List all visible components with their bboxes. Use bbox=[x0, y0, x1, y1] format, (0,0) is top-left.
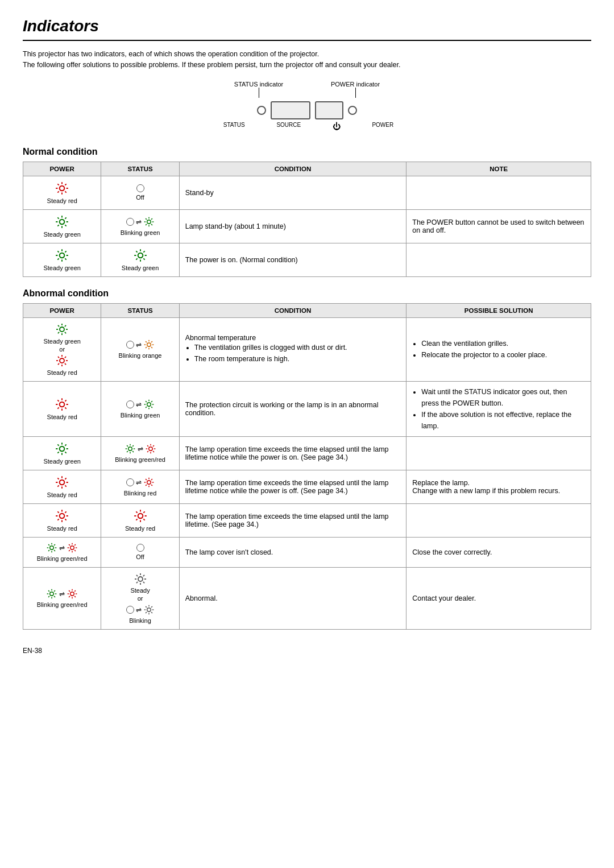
status-cell: Steady or ⇌ Blinking bbox=[101, 567, 179, 629]
condition-cell: Abnormal temperature The ventilation gri… bbox=[179, 317, 406, 381]
status-cell: ⇌ Blinking green bbox=[101, 381, 179, 436]
power-cell: Steady red bbox=[23, 381, 101, 436]
arrow-icon: ⇌ bbox=[136, 478, 142, 486]
circle-icon bbox=[126, 478, 134, 486]
power-label-1: Steady green bbox=[43, 338, 80, 345]
circle-icon bbox=[126, 341, 134, 349]
note-cell bbox=[406, 243, 591, 276]
normal-header-note: NOTE bbox=[406, 162, 591, 176]
condition-cell: The lamp cover isn't closed. bbox=[179, 537, 406, 567]
table-row: ⇌ Blinking green/red Steady or ⇌ bbox=[23, 567, 591, 629]
circle-icon bbox=[126, 218, 134, 226]
power-symbol-label: ⏻ bbox=[333, 122, 341, 131]
power-label: Steady green bbox=[43, 231, 80, 238]
power-panel bbox=[315, 101, 343, 119]
note-cell bbox=[406, 176, 591, 209]
power-cell: Steady green bbox=[23, 436, 101, 470]
intro-line2: The following offer solutions to possibl… bbox=[23, 60, 591, 71]
normal-header-power: POWER bbox=[23, 162, 101, 176]
table-row: Steady green Steady green The power is o… bbox=[23, 243, 591, 276]
normal-condition-title: Normal condition bbox=[23, 147, 591, 157]
bullet-item: Clean the ventilation grilles. bbox=[421, 338, 585, 349]
power-dot bbox=[348, 106, 357, 115]
off-icon bbox=[136, 544, 144, 552]
power-label-or: or bbox=[43, 346, 80, 353]
solution-cell: Replace the lamp. Change with a new lamp… bbox=[406, 470, 591, 503]
status-label: Blinking green bbox=[121, 412, 160, 419]
arrow-icon: ⇌ bbox=[136, 341, 142, 349]
status-label: Blinking bbox=[126, 617, 155, 624]
normal-header-condition: CONDITION bbox=[179, 162, 406, 176]
status-cell: Steady red bbox=[101, 503, 179, 537]
status-cell: ⇌ Blinking green/red bbox=[101, 436, 179, 470]
power-label: Steady red bbox=[47, 197, 77, 204]
footer: EN-38 bbox=[23, 647, 591, 655]
abnormal-header-condition: CONDITION bbox=[179, 303, 406, 317]
bullet-item: The room temperature is high. bbox=[194, 353, 401, 365]
arrow-icon: ⇌ bbox=[136, 218, 142, 226]
power-cell: Steady green bbox=[23, 209, 101, 243]
condition-cell: Abnormal. bbox=[179, 567, 406, 629]
power-label: Steady green bbox=[43, 264, 80, 271]
power-indicator-label: POWER indicator bbox=[331, 81, 380, 88]
intro-text: This projector has two indicators, each … bbox=[23, 49, 591, 71]
condition-title: Abnormal temperature bbox=[185, 334, 401, 342]
arrow-icon: ⇌ bbox=[59, 590, 65, 598]
source-panel bbox=[271, 101, 310, 119]
abnormal-condition-table: POWER STATUS CONDITION POSSIBLE SOLUTION… bbox=[23, 303, 591, 630]
status-dot bbox=[257, 106, 266, 115]
source-btn-label: SOURCE bbox=[276, 122, 301, 131]
solution-cell: Wait until the STATUS indicator goes out… bbox=[406, 381, 591, 436]
power-label: Blinking green/red bbox=[37, 601, 88, 608]
abnormal-header-solution: POSSIBLE SOLUTION bbox=[406, 303, 591, 317]
normal-header-status: STATUS bbox=[101, 162, 179, 176]
status-or-label: or bbox=[126, 595, 155, 602]
solution-cell: Close the cover correctly. bbox=[406, 537, 591, 567]
status-label: Blinking green/red bbox=[115, 456, 165, 463]
status-label: Steady green bbox=[122, 264, 159, 271]
table-row: ⇌ Blinking green/red Off The lamp cover … bbox=[23, 537, 591, 567]
power-label: Steady red bbox=[47, 414, 77, 420]
bullet-item: If the above solution is not effective, … bbox=[421, 409, 585, 432]
status-label: Blinking orange bbox=[119, 352, 162, 359]
condition-cell: The lamp operation time exceeds the time… bbox=[179, 503, 406, 537]
power-label: Steady green bbox=[43, 458, 80, 465]
status-btn-label: STATUS bbox=[223, 122, 245, 131]
table-row: Steady green or Steady red ⇌ Blinking or… bbox=[23, 317, 591, 381]
power-cell: ⇌ Blinking green/red bbox=[23, 537, 101, 567]
solution-cell: Contact your dealer. bbox=[406, 567, 591, 629]
power-label: Steady red bbox=[47, 491, 77, 498]
status-indicator-label: STATUS indicator bbox=[234, 81, 283, 88]
status-cell: ⇌ Blinking orange bbox=[101, 317, 179, 381]
abnormal-condition-title: Abnormal condition bbox=[23, 288, 591, 299]
condition-cell: The lamp operation time exceeds the time… bbox=[179, 436, 406, 470]
condition-cell: The protection circuit is working or the… bbox=[179, 381, 406, 436]
arrow-icon: ⇌ bbox=[59, 544, 65, 552]
status-label: Off bbox=[136, 194, 144, 201]
solution-bullets: Wait until the STATUS indicator goes out… bbox=[412, 386, 585, 432]
bullet-item: Relocate the projector to a cooler place… bbox=[421, 349, 585, 361]
power-cell: Steady red bbox=[23, 470, 101, 503]
power-btn-label: POWER bbox=[372, 122, 393, 131]
power-cell: ⇌ Blinking green/red bbox=[23, 567, 101, 629]
power-cell: Steady green or Steady red bbox=[23, 317, 101, 381]
solution-cell bbox=[406, 436, 591, 470]
solution-bullets: Clean the ventilation grilles. Relocate … bbox=[412, 338, 585, 361]
normal-condition-table: POWER STATUS CONDITION NOTE Steady red O… bbox=[23, 162, 591, 277]
table-row: Steady red ⇌ Blinking red The lamp opera… bbox=[23, 470, 591, 503]
bullet-item: Wait until the STATUS indicator goes out… bbox=[421, 386, 585, 409]
note-cell: The POWER button cannot be used to switc… bbox=[406, 209, 591, 243]
status-label: Off bbox=[136, 553, 144, 560]
table-row: Steady red Steady red The lamp operation… bbox=[23, 503, 591, 537]
power-cell: Steady green bbox=[23, 243, 101, 276]
condition-cell: Stand-by bbox=[179, 176, 406, 209]
condition-bullets: The ventilation grilles is clogged with … bbox=[185, 342, 401, 365]
table-row: Steady green ⇌ Blinking green Lamp stand… bbox=[23, 209, 591, 243]
condition-cell: Lamp stand-by (about 1 minute) bbox=[179, 209, 406, 243]
status-label: Steady red bbox=[125, 525, 155, 532]
page-title: Indicators bbox=[23, 17, 591, 35]
status-cell: Steady green bbox=[101, 243, 179, 276]
status-cell: Off bbox=[101, 176, 179, 209]
power-cell: Steady red bbox=[23, 503, 101, 537]
table-row: Steady red ⇌ Blinking green The protecti… bbox=[23, 381, 591, 436]
